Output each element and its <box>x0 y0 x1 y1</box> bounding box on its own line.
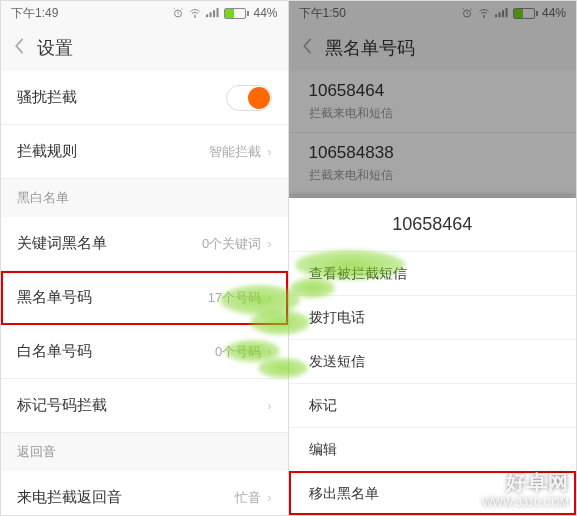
svg-rect-10 <box>502 10 504 17</box>
row-value: 0个关键词 › <box>202 235 272 253</box>
row-label: 白名单号码 <box>17 342 92 361</box>
toggle-knob <box>248 87 270 109</box>
sheet-remove-from-blacklist[interactable]: 移出黑名单 <box>289 471 577 515</box>
smudge-annotation <box>295 250 405 280</box>
chevron-right-icon: › <box>267 398 271 413</box>
row-marked-number-block[interactable]: 标记号码拦截 › <box>1 379 288 433</box>
section-header-returntone: 返回音 <box>1 433 288 471</box>
row-value: › <box>267 398 271 413</box>
sheet-mark[interactable]: 标记 <box>289 383 577 427</box>
row-label: 拦截规则 <box>17 142 77 161</box>
list-item[interactable]: 10658464 拦截来电和短信 <box>289 71 577 133</box>
status-icons: 44% <box>461 6 566 20</box>
row-value: 忙音 › <box>235 489 271 507</box>
sheet-edit[interactable]: 编辑 <box>289 427 577 471</box>
row-label: 关键词黑名单 <box>17 234 107 253</box>
sheet-call[interactable]: 拨打电话 <box>289 295 577 339</box>
status-bar: 下午1:49 44% <box>1 1 288 25</box>
alarm-icon <box>461 7 473 19</box>
page-header: 设置 <box>1 25 288 71</box>
svg-rect-5 <box>217 8 219 17</box>
status-time: 下午1:49 <box>11 5 58 22</box>
back-icon[interactable] <box>301 37 313 59</box>
svg-point-1 <box>195 17 196 18</box>
row-label: 来电拦截返回音 <box>17 488 122 507</box>
svg-rect-8 <box>495 14 497 17</box>
list-item-number: 106584838 <box>309 143 557 163</box>
row-value: 智能拦截 › <box>209 143 271 161</box>
svg-rect-4 <box>213 10 215 17</box>
signal-icon <box>206 7 220 19</box>
battery-percent: 44% <box>253 6 277 20</box>
battery-percent: 44% <box>542 6 566 20</box>
page-title: 设置 <box>37 36 73 60</box>
battery-icon <box>224 8 249 19</box>
smudge-annotation <box>250 310 310 335</box>
row-label: 骚扰拦截 <box>17 88 77 107</box>
row-keyword-blacklist[interactable]: 关键词黑名单 0个关键词 › <box>1 217 288 271</box>
page-header: 黑名单号码 <box>289 25 577 71</box>
row-label: 黑名单号码 <box>17 288 92 307</box>
svg-rect-9 <box>498 12 500 17</box>
alarm-icon <box>172 7 184 19</box>
list-item-number: 10658464 <box>309 81 557 101</box>
sheet-send-sms[interactable]: 发送短信 <box>289 339 577 383</box>
chevron-right-icon: › <box>267 144 271 159</box>
toggle-switch[interactable] <box>226 85 272 111</box>
row-harassment-block[interactable]: 骚扰拦截 <box>1 71 288 125</box>
chevron-right-icon: › <box>267 490 271 505</box>
sheet-title: 10658464 <box>289 198 577 251</box>
svg-rect-2 <box>206 14 208 17</box>
status-icons: 44% <box>172 6 277 20</box>
status-bar: 下午1:50 44% <box>289 1 577 25</box>
svg-point-7 <box>483 17 484 18</box>
status-time: 下午1:50 <box>299 5 346 22</box>
page-title: 黑名单号码 <box>325 36 415 60</box>
smudge-annotation <box>258 358 308 378</box>
smudge-annotation <box>290 278 335 298</box>
wifi-icon <box>188 7 202 19</box>
row-block-rules[interactable]: 拦截规则 智能拦截 › <box>1 125 288 179</box>
action-sheet: 10658464 查看被拦截短信 拨打电话 发送短信 标记 编辑 移出黑名单 <box>289 198 577 515</box>
chevron-right-icon: › <box>267 236 271 251</box>
battery-icon <box>513 8 538 19</box>
row-incoming-return-tone[interactable]: 来电拦截返回音 忙音 › <box>1 471 288 515</box>
left-phone-screen: 下午1:49 44% 设置 骚扰拦截 拦截规则 智能拦截 › 黑白名单 关键词黑… <box>1 1 289 515</box>
svg-rect-3 <box>210 12 212 17</box>
svg-rect-11 <box>505 8 507 17</box>
list-item-desc: 拦截来电和短信 <box>309 105 557 122</box>
wifi-icon <box>477 7 491 19</box>
signal-icon <box>495 7 509 19</box>
section-header-bwlist: 黑白名单 <box>1 179 288 217</box>
row-label: 标记号码拦截 <box>17 396 107 415</box>
list-item[interactable]: 106584838 拦截来电和短信 <box>289 133 577 195</box>
back-icon[interactable] <box>13 37 25 59</box>
list-item-desc: 拦截来电和短信 <box>309 167 557 184</box>
